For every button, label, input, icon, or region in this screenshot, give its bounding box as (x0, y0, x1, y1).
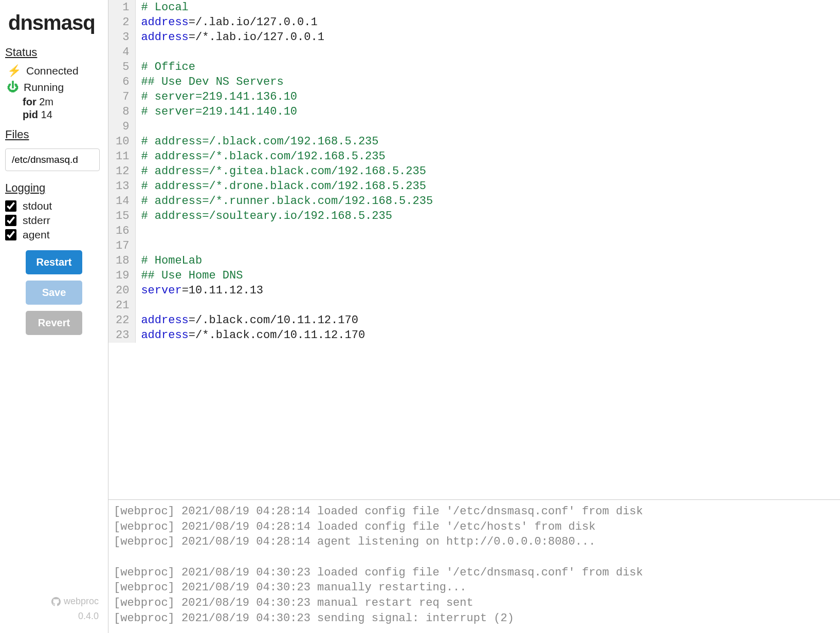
line-number: 18 (108, 253, 136, 268)
line-number: 22 (108, 313, 136, 328)
status-uptime: for 2m (23, 96, 102, 108)
code-content[interactable]: server=10.11.12.13 (136, 283, 840, 298)
footer-version: 0.4.0 (5, 610, 99, 623)
code-line[interactable]: 10# address=/.black.com/192.168.5.235 (108, 134, 840, 149)
code-line[interactable]: 15# address=/soulteary.io/192.168.5.235 (108, 209, 840, 224)
footer-project-link[interactable]: webproc (51, 595, 99, 608)
line-number: 11 (108, 149, 136, 164)
line-number: 9 (108, 119, 136, 134)
code-line[interactable]: 4 (108, 45, 840, 60)
logging-header: Logging (5, 181, 102, 195)
logging-list: stdoutstderragent (5, 198, 102, 243)
logging-checkbox-agent[interactable] (5, 229, 16, 240)
save-button[interactable]: Save (26, 281, 82, 305)
uptime-label: for (23, 96, 36, 107)
code-line[interactable]: 5# Office (108, 60, 840, 75)
code-line[interactable]: 14# address=/*.runner.black.com/192.168.… (108, 194, 840, 209)
code-line[interactable]: 12# address=/*.gitea.black.com/192.168.5… (108, 164, 840, 179)
code-line[interactable]: 3address=/*.lab.io/127.0.0.1 (108, 30, 840, 45)
bolt-icon: ⚡ (7, 64, 21, 78)
code-content[interactable]: address=/*.lab.io/127.0.0.1 (136, 30, 840, 45)
status-connection: Connected (26, 65, 79, 77)
line-number: 3 (108, 30, 136, 45)
code-content[interactable]: # server=219.141.136.10 (136, 89, 840, 104)
log-pane[interactable]: [webproc] 2021/08/19 04:28:14 loaded con… (108, 499, 840, 633)
code-content[interactable] (136, 224, 840, 238)
line-number: 7 (108, 89, 136, 104)
line-number: 1 (108, 0, 136, 15)
line-number: 5 (108, 60, 136, 75)
logging-label: stdout (23, 200, 52, 212)
line-number: 10 (108, 134, 136, 149)
power-icon: ⏻ (7, 81, 19, 94)
line-number: 16 (108, 224, 136, 238)
code-line[interactable]: 2address=/.lab.io/127.0.0.1 (108, 15, 840, 30)
logging-label: stderr (23, 214, 50, 227)
revert-button[interactable]: Revert (26, 311, 82, 335)
code-content[interactable]: address=/*.black.com/10.11.12.170 (136, 328, 840, 343)
code-content[interactable]: ## Use Home DNS (136, 268, 840, 283)
code-content[interactable]: # address=/*.drone.black.com/192.168.5.2… (136, 179, 840, 194)
line-number: 21 (108, 298, 136, 313)
status-running: Running (24, 81, 64, 94)
line-number: 2 (108, 15, 136, 30)
logging-checkbox-stdout[interactable] (5, 200, 16, 212)
logging-item-agent[interactable]: agent (5, 229, 102, 241)
status-header: Status (5, 46, 102, 59)
restart-button[interactable]: Restart (26, 250, 82, 274)
code-content[interactable] (136, 45, 840, 60)
line-number: 4 (108, 45, 136, 60)
code-content[interactable]: # server=219.141.140.10 (136, 104, 840, 119)
code-content[interactable]: # Office (136, 60, 840, 75)
code-line[interactable]: 16 (108, 224, 840, 238)
line-number: 20 (108, 283, 136, 298)
code-content[interactable]: # HomeLab (136, 253, 840, 268)
logging-item-stdout[interactable]: stdout (5, 200, 102, 212)
code-content[interactable]: # address=/*.runner.black.com/192.168.5.… (136, 194, 840, 209)
code-line[interactable]: 23address=/*.black.com/10.11.12.170 (108, 328, 840, 343)
code-line[interactable]: 18# HomeLab (108, 253, 840, 268)
code-line[interactable]: 11# address=/*.black.com/192.168.5.235 (108, 149, 840, 164)
code-content[interactable]: # Local (136, 0, 840, 15)
code-content[interactable] (136, 119, 840, 134)
code-line[interactable]: 20server=10.11.12.13 (108, 283, 840, 298)
code-content[interactable]: address=/.black.com/10.11.12.170 (136, 313, 840, 328)
code-content[interactable]: address=/.lab.io/127.0.0.1 (136, 15, 840, 30)
code-line[interactable]: 6## Use Dev NS Servers (108, 75, 840, 89)
footer: webproc 0.4.0 (5, 580, 102, 628)
line-number: 6 (108, 75, 136, 89)
main: 1# Local2address=/.lab.io/127.0.0.13addr… (108, 0, 840, 633)
code-line[interactable]: 17 (108, 238, 840, 253)
code-line[interactable]: 21 (108, 298, 840, 313)
code-content[interactable]: # address=/soulteary.io/192.168.5.235 (136, 209, 840, 224)
editor[interactable]: 1# Local2address=/.lab.io/127.0.0.13addr… (108, 0, 840, 499)
sidebar: dnsmasq Status ⚡ Connected ⏻ Running for… (0, 0, 108, 633)
logging-checkbox-stderr[interactable] (5, 215, 16, 226)
status-connection-row: ⚡ Connected (7, 64, 102, 78)
footer-project: webproc (64, 595, 99, 608)
files-header: Files (5, 128, 102, 141)
logging-label: agent (23, 229, 50, 241)
code-line[interactable]: 1# Local (108, 0, 840, 15)
uptime-value: 2m (39, 96, 53, 107)
pid-label: pid (23, 109, 38, 120)
logging-item-stderr[interactable]: stderr (5, 214, 102, 227)
github-icon (51, 597, 61, 606)
code-content[interactable]: # address=/*.gitea.black.com/192.168.5.2… (136, 164, 840, 179)
code-content[interactable]: # address=/*.black.com/192.168.5.235 (136, 149, 840, 164)
line-number: 14 (108, 194, 136, 209)
code-line[interactable]: 7# server=219.141.136.10 (108, 89, 840, 104)
code-content[interactable] (136, 298, 840, 313)
code-line[interactable]: 9 (108, 119, 840, 134)
line-number: 17 (108, 238, 136, 253)
code-content[interactable] (136, 238, 840, 253)
code-table: 1# Local2address=/.lab.io/127.0.0.13addr… (108, 0, 840, 343)
code-line[interactable]: 8# server=219.141.140.10 (108, 104, 840, 119)
line-number: 15 (108, 209, 136, 224)
file-path-input[interactable] (5, 148, 100, 171)
code-line[interactable]: 19## Use Home DNS (108, 268, 840, 283)
code-content[interactable]: ## Use Dev NS Servers (136, 75, 840, 89)
code-line[interactable]: 13# address=/*.drone.black.com/192.168.5… (108, 179, 840, 194)
code-line[interactable]: 22address=/.black.com/10.11.12.170 (108, 313, 840, 328)
code-content[interactable]: # address=/.black.com/192.168.5.235 (136, 134, 840, 149)
